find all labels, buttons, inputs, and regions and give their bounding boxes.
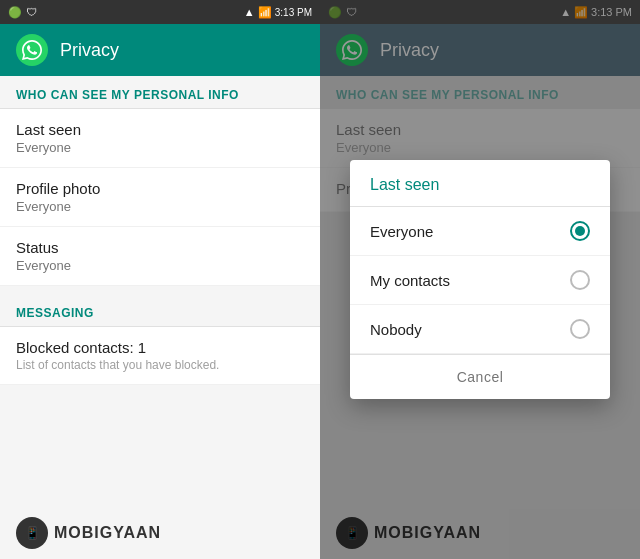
modal-option-my-contacts[interactable]: My contacts (350, 256, 610, 305)
whatsapp-logo (16, 34, 48, 66)
list-item-profile-photo[interactable]: Profile photo Everyone (0, 168, 320, 227)
signal-icon: 📶 (258, 6, 272, 19)
profile-photo-title: Profile photo (16, 180, 304, 197)
modal-dialog: Last seen Everyone My contacts Nobody Ca… (350, 160, 610, 399)
modal-option-everyone[interactable]: Everyone (350, 207, 610, 256)
left-toolbar-title: Privacy (60, 40, 119, 61)
profile-photo-value: Everyone (16, 199, 304, 214)
modal-cancel-button[interactable]: Cancel (350, 354, 610, 399)
left-watermark: 📱 MOBIGYAAN (0, 507, 320, 559)
section-header-messaging: MESSAGING (0, 294, 320, 326)
modal-overlay: Last seen Everyone My contacts Nobody Ca… (320, 0, 640, 559)
left-content: WHO CAN SEE MY PERSONAL INFO Last seen E… (0, 76, 320, 507)
option-contacts-label: My contacts (370, 272, 450, 289)
left-panel: 🟢 🛡 ▲ 📶 3:13 PM Privacy WHO CAN SEE MY P… (0, 0, 320, 559)
last-seen-value: Everyone (16, 140, 304, 155)
left-toolbar: Privacy (0, 24, 320, 76)
radio-everyone-fill (575, 226, 585, 236)
status-right: ▲ 📶 3:13 PM (244, 6, 312, 19)
radio-nobody[interactable] (570, 319, 590, 339)
status-left: 🟢 🛡 (8, 6, 37, 19)
blocked-title: Blocked contacts: 1 (16, 339, 304, 356)
option-nobody-label: Nobody (370, 321, 422, 338)
list-item-blocked[interactable]: Blocked contacts: 1 List of contacts tha… (0, 327, 320, 385)
radio-contacts[interactable] (570, 270, 590, 290)
status-value: Everyone (16, 258, 304, 273)
lte-badge: 3:13 PM (275, 7, 312, 18)
last-seen-title: Last seen (16, 121, 304, 138)
status-title: Status (16, 239, 304, 256)
section-header-personal: WHO CAN SEE MY PERSONAL INFO (0, 76, 320, 108)
option-everyone-label: Everyone (370, 223, 433, 240)
list-item-status[interactable]: Status Everyone (0, 227, 320, 286)
right-panel: 🟢 🛡 ▲ 📶 3:13 PM Privacy WHO CAN SEE MY P… (320, 0, 640, 559)
watermark-label: MOBIGYAAN (54, 524, 161, 542)
shield-icon: 🛡 (26, 6, 37, 18)
radio-everyone[interactable] (570, 221, 590, 241)
wifi-icon: ▲ (244, 6, 255, 18)
whatsapp-notif-icon: 🟢 (8, 6, 22, 19)
list-item-last-seen[interactable]: Last seen Everyone (0, 109, 320, 168)
blocked-desc: List of contacts that you have blocked. (16, 358, 304, 372)
modal-title: Last seen (350, 160, 610, 207)
modal-option-nobody[interactable]: Nobody (350, 305, 610, 354)
watermark-logo-icon: 📱 (16, 517, 48, 549)
left-status-bar: 🟢 🛡 ▲ 📶 3:13 PM (0, 0, 320, 24)
